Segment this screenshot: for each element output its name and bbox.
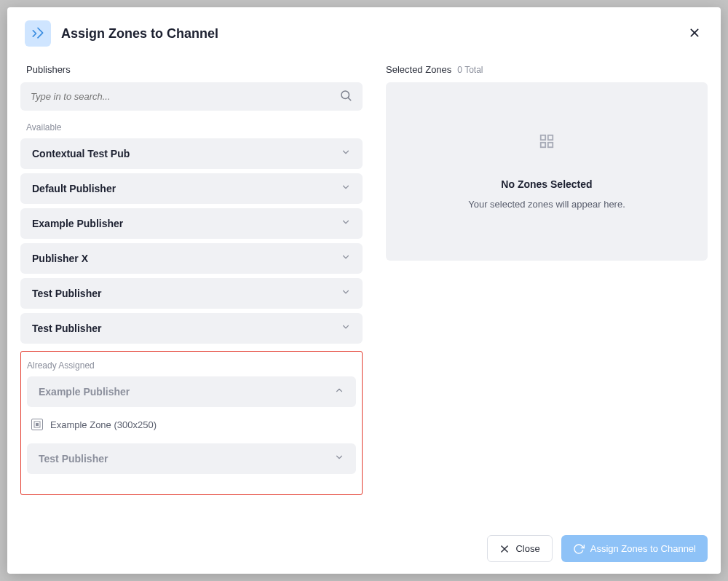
modal-footer: Close Assign Zones to Channel xyxy=(7,523,721,574)
selected-zones-title: Selected Zones xyxy=(386,64,451,75)
empty-state-title: No Zones Selected xyxy=(501,178,592,190)
publisher-item[interactable]: Test Publisher xyxy=(20,278,363,309)
chevron-down-icon xyxy=(341,217,351,230)
close-icon xyxy=(499,544,510,554)
selected-zones-header: Selected Zones 0 Total xyxy=(386,60,708,82)
chevron-down-icon xyxy=(341,182,351,195)
chevron-down-icon xyxy=(341,252,351,265)
assign-zones-button[interactable]: Assign Zones to Channel xyxy=(561,535,708,562)
chevron-down-icon xyxy=(341,147,351,160)
close-button-label: Close xyxy=(515,543,539,554)
publishers-label: Publishers xyxy=(20,60,363,82)
publisher-item[interactable]: Default Publisher xyxy=(20,173,363,204)
available-label: Available xyxy=(20,121,363,138)
assigned-publisher-item[interactable]: Test Publisher xyxy=(27,443,356,474)
publishers-column: Publishers Available Contextual Test Pub… xyxy=(20,60,363,523)
assign-zones-button-label: Assign Zones to Channel xyxy=(590,543,696,554)
publisher-name: Contextual Test Pub xyxy=(32,148,130,159)
selected-zones-empty-state: No Zones Selected Your selected zones wi… xyxy=(386,82,708,261)
modal-body: Publishers Available Contextual Test Pub… xyxy=(7,60,721,523)
svg-rect-6 xyxy=(541,135,545,140)
chevron-down-icon xyxy=(341,287,351,300)
modal-header: Assign Zones to Channel xyxy=(7,7,721,60)
close-button[interactable]: Close xyxy=(487,535,552,562)
modal-title: Assign Zones to Channel xyxy=(61,26,676,42)
publisher-name: Test Publisher xyxy=(39,453,108,465)
channel-icon xyxy=(25,20,51,47)
publisher-name: Test Publisher xyxy=(32,288,101,299)
publisher-item[interactable]: Example Publisher xyxy=(20,208,363,239)
publisher-name: Example Publisher xyxy=(32,218,123,229)
search-icon xyxy=(339,89,352,105)
svg-rect-7 xyxy=(548,135,553,140)
assigned-zone-row[interactable]: Example Zone (300x250) xyxy=(27,411,356,443)
selected-zones-count: 0 Total xyxy=(457,65,483,75)
close-icon-button[interactable] xyxy=(686,24,703,44)
search-input[interactable] xyxy=(20,82,363,111)
svg-rect-5 xyxy=(36,423,39,426)
grid-icon xyxy=(539,133,555,152)
refresh-icon xyxy=(573,543,585,555)
publisher-item[interactable]: Contextual Test Pub xyxy=(20,138,363,169)
publisher-name: Test Publisher xyxy=(32,323,101,334)
search-wrap xyxy=(20,82,363,111)
publisher-name: Default Publisher xyxy=(32,183,116,194)
publisher-item[interactable]: Test Publisher xyxy=(20,313,363,344)
already-assigned-section: Already Assigned Example Publisher Examp… xyxy=(20,351,363,495)
publisher-item[interactable]: Publisher X xyxy=(20,243,363,274)
selected-zones-column: Selected Zones 0 Total No Zones Selected… xyxy=(386,60,708,523)
already-assigned-label: Already Assigned xyxy=(27,359,356,376)
chevron-up-icon xyxy=(334,385,344,398)
publisher-name: Example Publisher xyxy=(39,386,130,398)
publisher-name: Publisher X xyxy=(32,253,88,264)
assign-zones-modal: Assign Zones to Channel Publishers Avail… xyxy=(7,7,721,574)
zone-icon xyxy=(31,419,43,430)
empty-state-subtitle: Your selected zones will appear here. xyxy=(468,199,625,210)
chevron-down-icon xyxy=(334,452,344,465)
assigned-publisher-item[interactable]: Example Publisher xyxy=(27,376,356,407)
chevron-down-icon xyxy=(341,322,351,335)
svg-rect-9 xyxy=(548,143,553,147)
svg-point-2 xyxy=(341,91,349,99)
close-icon xyxy=(689,27,700,39)
svg-line-3 xyxy=(348,98,350,100)
zone-label: Example Zone (300x250) xyxy=(50,419,157,430)
svg-rect-8 xyxy=(541,143,545,147)
